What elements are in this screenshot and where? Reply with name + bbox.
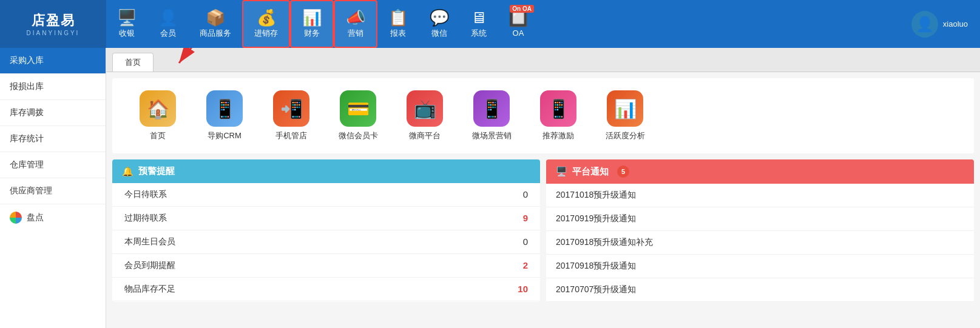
warning-panel-body: 今日待联系0过期待联系9本周生日会员0会员到期提醒2物品库存不足10 (112, 183, 540, 301)
icon-item-wechat-card[interactable]: 💳微信会员卡 (325, 90, 391, 141)
warning-panel: 🔔 预警提醒 今日待联系0过期待联系9本周生日会员0会员到期提醒2物品库存不足1… (112, 159, 540, 302)
icon-item-wechat-mkt[interactable]: 📱微场景营销 (458, 90, 525, 141)
nav-item-member[interactable]: 👤会员 (147, 0, 189, 48)
sidebar-item-stats[interactable]: 库存统计 (0, 126, 106, 152)
monitor-icon: 🖥️ (556, 166, 567, 177)
nav-label-goods: 商品服务 (200, 28, 231, 39)
icon-label-weshop: 微商平台 (409, 130, 441, 141)
notif-row[interactable]: 20170918预升级通知补充 (546, 231, 974, 255)
warning-row-value: 0 (523, 189, 528, 200)
nav-label-finance: 财务 (304, 28, 320, 39)
warning-row-label: 会员到期提醒 (124, 260, 175, 271)
nav-icon-finance: 📊 (302, 10, 322, 25)
notif-panel-header: 🖥️ 平台通知 5 (546, 159, 974, 184)
notif-title: 平台通知 (572, 166, 609, 178)
icon-label-wechat-card: 微信会员卡 (339, 130, 378, 141)
top-navigation: 店盈易 DIANYINGYI 🖥️收银👤会员📦商品服务💰进销存📊财务📣营销📋报表… (0, 0, 980, 48)
icon-label-home: 首页 (150, 130, 166, 141)
nav-item-goods[interactable]: 📦商品服务 (189, 0, 242, 48)
logo-text: 店盈易 (32, 12, 75, 30)
icon-box-activity: 📊 (607, 90, 643, 127)
nav-label-oa: OA (513, 28, 524, 38)
pie-chart-icon (10, 212, 22, 224)
sidebar-item-warehouse[interactable]: 仓库管理 (0, 152, 106, 178)
notif-row[interactable]: 20170919预升级通知 (546, 207, 974, 231)
icon-box-weshop: 📺 (407, 90, 443, 127)
warning-row: 今日待联系0 (112, 183, 540, 207)
notif-row[interactable]: 20171018预升级通知 (546, 184, 974, 207)
nav-label-system: 系统 (471, 28, 487, 39)
warning-row-value: 2 (523, 260, 528, 271)
nav-icon-system: 🖥 (471, 10, 487, 25)
user-area: 👤 xiaoluo (911, 0, 980, 48)
notif-panel-body: 20171018预升级通知20170919预升级通知20170918预升级通知补… (546, 184, 974, 302)
content-wrapper: 采购入库报损出库库存调拨库存统计仓库管理供应商管理 盘点 首页 🏠首页📱导购CR… (0, 48, 980, 328)
sidebar-section-label: 盘点 (27, 212, 44, 223)
nav-item-system[interactable]: 🖥系统 (460, 0, 498, 48)
username: xiaoluo (943, 19, 968, 28)
icon-label-activity: 活跃度分析 (606, 130, 645, 141)
warning-row-value: 0 (523, 236, 528, 247)
tabs-bar: 首页 (106, 48, 980, 72)
sidebar-section-inventory[interactable]: 盘点 (0, 204, 106, 231)
sidebar-item-damage[interactable]: 报损出库 (0, 74, 106, 100)
warning-row-value: 9 (523, 213, 528, 224)
icon-box-crm: 📱 (206, 90, 243, 127)
nav-icon-member: 👤 (158, 10, 178, 25)
panels-row: 🔔 预警提醒 今日待联系0过期待联系9本周生日会员0会员到期提醒2物品库存不足1… (112, 159, 974, 302)
warning-row: 本周生日会员0 (112, 230, 540, 254)
nav-item-cashier[interactable]: 🖥️收银 (106, 0, 147, 48)
nav-item-wechat[interactable]: 💬微信 (419, 0, 460, 48)
warning-row-label: 今日待联系 (124, 189, 167, 200)
nav-icon-inventory: 💰 (257, 10, 276, 25)
notif-row[interactable]: 20170707预升级通知 (546, 278, 974, 302)
nav-item-oa[interactable]: 🔲OAOn OA (498, 0, 539, 48)
nav-icon-marketing: 📣 (346, 10, 365, 25)
icon-box-mobile-shop: 📲 (273, 90, 309, 127)
warning-row-label: 物品库存不足 (124, 284, 175, 295)
oa-badge: On OA (510, 5, 534, 13)
warning-row-value: 10 (518, 284, 528, 295)
warning-row: 会员到期提醒2 (112, 254, 540, 278)
nav-icon-wechat: 💬 (430, 10, 449, 25)
icon-label-crm: 导购CRM (208, 130, 242, 141)
nav-label-inventory: 进销存 (254, 28, 278, 39)
sidebar-item-transfer[interactable]: 库存调拨 (0, 100, 106, 126)
icon-item-home[interactable]: 🏠首页 (124, 90, 191, 141)
warning-row: 过期待联系9 (112, 207, 540, 230)
sidebar-item-supplier[interactable]: 供应商管理 (0, 178, 106, 204)
icon-item-mobile-shop[interactable]: 📲手机管店 (258, 90, 325, 141)
notif-row[interactable]: 20170918预升级通知 (546, 255, 974, 278)
tab-home[interactable]: 首页 (112, 53, 154, 72)
icon-box-home: 🏠 (140, 90, 176, 127)
icon-box-recommend: 📱 (540, 90, 576, 127)
nav-item-marketing[interactable]: 📣营销 (334, 0, 377, 48)
nav-icon-report: 📋 (388, 10, 408, 25)
nav-item-inventory[interactable]: 💰进销存 (242, 0, 290, 48)
nav-items: 🖥️收银👤会员📦商品服务💰进销存📊财务📣营销📋报表💬微信🖥系统🔲OAOn OA (106, 0, 911, 48)
warning-row-label: 本周生日会员 (124, 236, 175, 247)
nav-label-report: 报表 (390, 28, 406, 39)
icon-item-recommend[interactable]: 📱推荐激励 (525, 90, 592, 141)
icon-item-weshop[interactable]: 📺微商平台 (391, 90, 458, 141)
nav-label-wechat: 微信 (431, 28, 447, 39)
icon-box-wechat-mkt: 📱 (473, 90, 510, 127)
nav-item-finance[interactable]: 📊财务 (290, 0, 334, 48)
avatar[interactable]: 👤 (911, 11, 938, 38)
warning-panel-header: 🔔 预警提醒 (112, 159, 540, 183)
icons-grid: 🏠首页📱导购CRM📲手机管店💳微信会员卡📺微商平台📱微场景营销📱推荐激励📊活跃度… (112, 78, 974, 153)
nav-icon-cashier: 🖥️ (117, 10, 137, 25)
sidebar-item-purchase[interactable]: 采购入库 (0, 48, 106, 74)
icon-box-wechat-card: 💳 (340, 90, 376, 127)
nav-icon-goods: 📦 (206, 10, 225, 25)
nav-label-member: 会员 (160, 28, 176, 39)
sidebar: 采购入库报损出库库存调拨库存统计仓库管理供应商管理 盘点 (0, 48, 106, 328)
icon-label-recommend: 推荐激励 (542, 130, 574, 141)
logo[interactable]: 店盈易 DIANYINGYI (0, 0, 106, 48)
warning-row-label: 过期待联系 (124, 213, 167, 224)
icon-item-crm[interactable]: 📱导购CRM (191, 90, 258, 141)
icon-item-activity[interactable]: 📊活跃度分析 (592, 90, 658, 141)
notif-panel: 🖥️ 平台通知 5 20171018预升级通知20170919预升级通知2017… (546, 159, 974, 302)
nav-label-cashier: 收银 (119, 28, 135, 39)
nav-item-report[interactable]: 📋报表 (377, 0, 419, 48)
